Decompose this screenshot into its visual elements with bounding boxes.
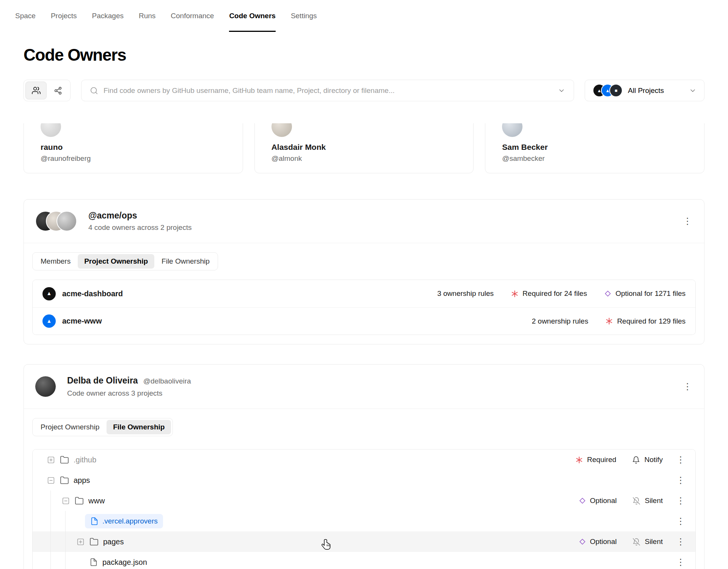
tab-file-ownership[interactable]: File Ownership (107, 420, 171, 434)
team-tabs: Members Project Ownership File Ownership (32, 252, 218, 270)
owner-name: Alasdair Monk (271, 142, 457, 152)
code-owner-search[interactable] (81, 80, 574, 101)
owner-handle: @sambecker (502, 154, 687, 163)
table-row[interactable]: ▲ acme-www 2 ownership rules Required fo… (33, 307, 695, 335)
diamond-icon (604, 290, 611, 297)
ownership-rules-count: 3 ownership rules (437, 289, 494, 298)
kebab-menu-button[interactable]: ⋮ (681, 380, 694, 393)
kebab-menu-button[interactable]: ⋮ (675, 514, 686, 528)
tree-row[interactable]: package.json ⋮ (33, 552, 695, 569)
owner-name: rauno (41, 142, 226, 152)
kebab-menu-button[interactable]: ⋮ (675, 494, 686, 508)
nav-item-projects[interactable]: Projects (51, 0, 77, 32)
optional-badge: Optional (579, 538, 617, 546)
folder-icon (75, 496, 84, 505)
avatar (35, 376, 56, 397)
tab-members[interactable]: Members (34, 254, 77, 269)
bell-icon (632, 456, 640, 464)
owners-view-button[interactable] (25, 82, 47, 99)
nav-item-space[interactable]: Space (15, 0, 36, 32)
kebab-menu-button[interactable]: ⋮ (681, 214, 694, 228)
owner-name: Sam Becker (502, 142, 687, 152)
users-icon (32, 86, 41, 95)
folder-icon (60, 476, 69, 485)
nav-item-code-owners[interactable]: Code Owners (229, 0, 275, 32)
file-icon (90, 517, 99, 525)
team-panel-header: @acme/ops 4 code owners across 2 project… (24, 200, 704, 243)
silent-badge: Silent (632, 497, 663, 505)
tree-node-label: package.json (102, 558, 147, 567)
folder-icon (60, 455, 69, 464)
page-head: Code Owners (0, 32, 728, 123)
chevron-down-icon[interactable] (558, 87, 565, 94)
collapse-toggle-icon[interactable] (61, 496, 70, 505)
top-nav: Space Projects Packages Runs Conformance… (0, 0, 728, 32)
owner-handle: @almonk (271, 154, 457, 163)
search-input[interactable] (104, 86, 552, 95)
tree-indent-guide (61, 531, 76, 552)
tree-node-label: .vercel.approvers (102, 517, 158, 525)
ownership-rules-count: 2 ownership rules (532, 317, 588, 325)
diamond-icon (579, 497, 586, 504)
selected-file-chip[interactable]: .vercel.approvers (85, 514, 163, 528)
nav-item-runs[interactable]: Runs (139, 0, 155, 32)
file-icon (89, 558, 98, 566)
tree-row[interactable]: .vercel.approvers ⋮ (33, 511, 695, 531)
expand-toggle-icon[interactable] (76, 537, 85, 546)
project-ownership-table: ▲ acme-dashboard 3 ownership rules Requi… (32, 280, 696, 335)
bell-off-icon (632, 497, 640, 505)
asterisk-icon (606, 318, 613, 325)
main-content: rauno @raunofreiberg Alasdair Monk @almo… (0, 108, 728, 569)
owner-handle: @raunofreiberg (41, 154, 226, 163)
project-logo-icon: ■ (609, 84, 623, 97)
person-tabs: Project Ownership File Ownership (32, 418, 173, 436)
team-subtitle: 4 code owners across 2 projects (88, 223, 191, 232)
share-icon (54, 86, 62, 95)
person-panel-header: Delba de Oliveira@delbaoliveira Code own… (24, 365, 704, 409)
collapse-toggle-icon[interactable] (46, 476, 55, 485)
tree-row[interactable]: www Optional Silent (33, 490, 695, 511)
tree-indent-guide (46, 511, 61, 531)
tree-node-label: apps (74, 476, 90, 485)
tree-row[interactable]: .github Required Notify (33, 450, 695, 470)
project-logos-stack: ▲ ▲ ■ (593, 84, 623, 97)
page-header: Space Projects Packages Runs Conformance… (0, 0, 728, 123)
tree-node-label: .github (74, 456, 96, 464)
expand-toggle-icon[interactable] (46, 455, 55, 464)
nav-item-conformance[interactable]: Conformance (171, 0, 214, 32)
required-badge: Required (576, 456, 616, 464)
asterisk-icon (511, 290, 518, 297)
tab-project-ownership[interactable]: Project Ownership (78, 254, 154, 269)
kebab-menu-button[interactable]: ⋮ (675, 453, 686, 467)
file-ownership-tree: .github Required Notify (32, 449, 696, 569)
tree-node-label: www (88, 497, 105, 505)
person-panel: Delba de Oliveira@delbaoliveira Code own… (24, 364, 704, 569)
project-filter-select[interactable]: ▲ ▲ ■ All Projects (585, 80, 704, 101)
person-subtitle: Code owner across 3 projects (67, 389, 191, 398)
nav-item-settings[interactable]: Settings (291, 0, 317, 32)
avatar (56, 211, 77, 231)
kebab-menu-button[interactable]: ⋮ (675, 535, 686, 549)
toolbar: ▲ ▲ ■ All Projects (24, 80, 704, 101)
team-avatar-stack (35, 211, 77, 231)
project-name: acme-www (62, 317, 102, 325)
kebab-menu-button[interactable]: ⋮ (675, 473, 686, 487)
kebab-menu-button[interactable]: ⋮ (675, 555, 686, 569)
table-row[interactable]: ▲ acme-dashboard 3 ownership rules Requi… (33, 280, 695, 307)
tab-project-ownership[interactable]: Project Ownership (34, 420, 106, 434)
tree-indent-guide (46, 531, 61, 552)
nav-item-packages[interactable]: Packages (92, 0, 124, 32)
optional-badge: Optional (579, 497, 617, 505)
required-badge: Required for 24 files (511, 289, 587, 298)
tree-row[interactable]: apps ⋮ (33, 470, 695, 490)
project-logo-icon: ▲ (42, 314, 56, 328)
person-name: Delba de Oliveira@delbaoliveira (67, 375, 191, 387)
project-name: acme-dashboard (62, 289, 123, 298)
tree-row[interactable]: pages Optional Silent (33, 531, 695, 552)
share-view-button[interactable] (47, 82, 69, 99)
silent-badge: Silent (632, 538, 663, 546)
optional-badge: Optional for 1271 files (604, 289, 686, 298)
search-icon (90, 86, 98, 95)
diamond-icon (579, 538, 586, 545)
tab-file-ownership[interactable]: File Ownership (155, 254, 216, 269)
